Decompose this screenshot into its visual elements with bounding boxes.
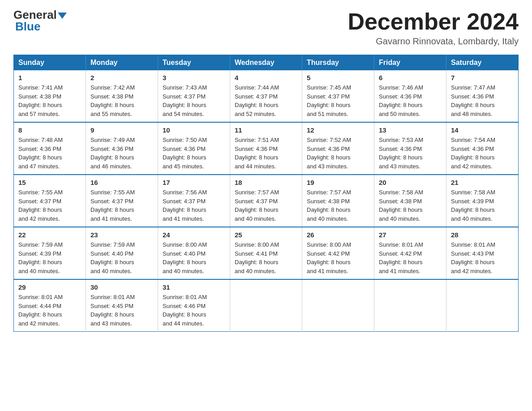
calendar-day-cell (302, 279, 374, 332)
day-number: 4 (235, 74, 297, 81)
page-header: General Blue December 2024 Gavarno Rinno… (13, 9, 519, 47)
day-number: 15 (18, 179, 81, 186)
calendar-day-cell: 1 Sunrise: 7:41 AM Sunset: 4:38 PM Dayli… (14, 70, 86, 122)
day-number: 30 (90, 283, 153, 291)
calendar-week-row: 22 Sunrise: 7:59 AM Sunset: 4:39 PM Dayl… (14, 227, 519, 279)
calendar-day-cell: 16 Sunrise: 7:55 AM Sunset: 4:37 PM Dayl… (86, 175, 158, 227)
calendar-day-cell: 8 Sunrise: 7:48 AM Sunset: 4:36 PM Dayli… (14, 122, 86, 175)
logo-general: General (13, 9, 67, 21)
logo-arrow-icon (58, 13, 67, 19)
calendar-week-row: 15 Sunrise: 7:55 AM Sunset: 4:37 PM Dayl… (14, 175, 519, 227)
day-info: Sunrise: 7:59 AM Sunset: 4:40 PM Dayligh… (90, 240, 153, 275)
calendar-day-cell: 13 Sunrise: 7:53 AM Sunset: 4:36 PM Dayl… (374, 122, 446, 175)
calendar-table: Sunday Monday Tuesday Wednesday Thursday… (13, 55, 519, 332)
day-number: 19 (307, 179, 369, 186)
calendar-day-cell: 12 Sunrise: 7:52 AM Sunset: 4:36 PM Dayl… (302, 122, 374, 175)
day-number: 29 (18, 283, 81, 291)
calendar-day-cell (230, 279, 302, 332)
day-info: Sunrise: 7:45 AM Sunset: 4:37 PM Dayligh… (307, 83, 369, 118)
day-info: Sunrise: 7:57 AM Sunset: 4:37 PM Dayligh… (235, 188, 297, 223)
day-number: 20 (379, 179, 442, 186)
day-number: 28 (451, 231, 514, 239)
calendar-day-cell: 3 Sunrise: 7:43 AM Sunset: 4:37 PM Dayli… (158, 70, 230, 122)
day-info: Sunrise: 8:01 AM Sunset: 4:45 PM Dayligh… (90, 293, 153, 328)
day-info: Sunrise: 7:51 AM Sunset: 4:36 PM Dayligh… (235, 136, 297, 171)
day-number: 16 (90, 179, 153, 186)
day-number: 13 (379, 126, 442, 134)
day-number: 10 (163, 126, 225, 134)
day-info: Sunrise: 7:54 AM Sunset: 4:36 PM Dayligh… (451, 136, 514, 171)
day-number: 22 (18, 231, 81, 239)
day-number: 21 (451, 179, 514, 186)
day-info: Sunrise: 7:52 AM Sunset: 4:36 PM Dayligh… (307, 136, 369, 171)
calendar-day-cell: 6 Sunrise: 7:46 AM Sunset: 4:36 PM Dayli… (374, 70, 446, 122)
calendar-day-cell: 14 Sunrise: 7:54 AM Sunset: 4:36 PM Dayl… (446, 122, 519, 175)
day-number: 31 (163, 283, 225, 291)
logo-blue-text: Blue (13, 21, 67, 32)
calendar-day-cell: 19 Sunrise: 7:57 AM Sunset: 4:38 PM Dayl… (302, 175, 374, 227)
calendar-day-cell: 26 Sunrise: 8:00 AM Sunset: 4:42 PM Dayl… (302, 227, 374, 279)
day-info: Sunrise: 7:41 AM Sunset: 4:38 PM Dayligh… (18, 83, 81, 118)
day-info: Sunrise: 8:01 AM Sunset: 4:42 PM Dayligh… (379, 240, 442, 275)
calendar-day-cell (374, 279, 446, 332)
calendar-week-row: 29 Sunrise: 8:01 AM Sunset: 4:44 PM Dayl… (14, 279, 519, 332)
day-info: Sunrise: 7:57 AM Sunset: 4:38 PM Dayligh… (307, 188, 369, 223)
calendar-day-cell: 20 Sunrise: 7:58 AM Sunset: 4:38 PM Dayl… (374, 175, 446, 227)
location-subtitle: Gavarno Rinnovata, Lombardy, Italy (348, 36, 519, 47)
calendar-day-cell: 22 Sunrise: 7:59 AM Sunset: 4:39 PM Dayl… (14, 227, 86, 279)
day-number: 3 (163, 74, 225, 81)
calendar-day-cell: 15 Sunrise: 7:55 AM Sunset: 4:37 PM Dayl… (14, 175, 86, 227)
day-info: Sunrise: 8:01 AM Sunset: 4:46 PM Dayligh… (163, 293, 225, 328)
calendar-day-cell: 31 Sunrise: 8:01 AM Sunset: 4:46 PM Dayl… (158, 279, 230, 332)
day-info: Sunrise: 7:47 AM Sunset: 4:36 PM Dayligh… (451, 83, 514, 118)
day-number: 7 (451, 74, 514, 81)
calendar-day-cell: 18 Sunrise: 7:57 AM Sunset: 4:37 PM Dayl… (230, 175, 302, 227)
calendar-day-cell: 30 Sunrise: 8:01 AM Sunset: 4:45 PM Dayl… (86, 279, 158, 332)
calendar-day-cell: 25 Sunrise: 8:00 AM Sunset: 4:41 PM Dayl… (230, 227, 302, 279)
day-info: Sunrise: 7:48 AM Sunset: 4:36 PM Dayligh… (18, 136, 81, 171)
header-friday: Friday (374, 55, 446, 71)
logo-general-text: General (13, 9, 57, 21)
day-number: 17 (163, 179, 225, 186)
calendar-day-cell: 28 Sunrise: 8:01 AM Sunset: 4:43 PM Dayl… (446, 227, 519, 279)
day-info: Sunrise: 7:49 AM Sunset: 4:36 PM Dayligh… (90, 136, 153, 171)
calendar-day-cell: 7 Sunrise: 7:47 AM Sunset: 4:36 PM Dayli… (446, 70, 519, 122)
day-number: 24 (163, 231, 225, 239)
day-info: Sunrise: 7:58 AM Sunset: 4:38 PM Dayligh… (379, 188, 442, 223)
day-info: Sunrise: 7:42 AM Sunset: 4:38 PM Dayligh… (90, 83, 153, 118)
calendar-day-cell: 17 Sunrise: 7:56 AM Sunset: 4:37 PM Dayl… (158, 175, 230, 227)
day-number: 27 (379, 231, 442, 239)
day-info: Sunrise: 7:58 AM Sunset: 4:39 PM Dayligh… (451, 188, 514, 223)
day-number: 14 (451, 126, 514, 134)
day-info: Sunrise: 7:43 AM Sunset: 4:37 PM Dayligh… (163, 83, 225, 118)
day-info: Sunrise: 8:00 AM Sunset: 4:42 PM Dayligh… (307, 240, 369, 275)
day-info: Sunrise: 7:44 AM Sunset: 4:37 PM Dayligh… (235, 83, 297, 118)
day-info: Sunrise: 8:01 AM Sunset: 4:44 PM Dayligh… (18, 293, 81, 328)
day-number: 1 (18, 74, 81, 81)
day-info: Sunrise: 8:00 AM Sunset: 4:41 PM Dayligh… (235, 240, 297, 275)
calendar-day-cell (446, 279, 519, 332)
day-number: 5 (307, 74, 369, 81)
day-number: 11 (235, 126, 297, 134)
day-number: 12 (307, 126, 369, 134)
header-monday: Monday (86, 55, 158, 71)
day-info: Sunrise: 7:55 AM Sunset: 4:37 PM Dayligh… (18, 188, 81, 223)
calendar-body: 1 Sunrise: 7:41 AM Sunset: 4:38 PM Dayli… (14, 70, 519, 332)
calendar-day-cell: 24 Sunrise: 8:00 AM Sunset: 4:40 PM Dayl… (158, 227, 230, 279)
logo: General Blue (13, 9, 67, 32)
day-info: Sunrise: 7:50 AM Sunset: 4:36 PM Dayligh… (163, 136, 225, 171)
calendar-day-cell: 27 Sunrise: 8:01 AM Sunset: 4:42 PM Dayl… (374, 227, 446, 279)
header-tuesday: Tuesday (158, 55, 230, 71)
day-info: Sunrise: 7:55 AM Sunset: 4:37 PM Dayligh… (90, 188, 153, 223)
calendar-day-cell: 2 Sunrise: 7:42 AM Sunset: 4:38 PM Dayli… (86, 70, 158, 122)
calendar-day-cell: 4 Sunrise: 7:44 AM Sunset: 4:37 PM Dayli… (230, 70, 302, 122)
calendar-week-row: 8 Sunrise: 7:48 AM Sunset: 4:36 PM Dayli… (14, 122, 519, 175)
title-block: December 2024 Gavarno Rinnovata, Lombard… (348, 9, 519, 47)
header-saturday: Saturday (446, 55, 519, 71)
day-info: Sunrise: 7:46 AM Sunset: 4:36 PM Dayligh… (379, 83, 442, 118)
calendar-header: Sunday Monday Tuesday Wednesday Thursday… (14, 55, 519, 71)
day-info: Sunrise: 7:59 AM Sunset: 4:39 PM Dayligh… (18, 240, 81, 275)
day-info: Sunrise: 8:00 AM Sunset: 4:40 PM Dayligh… (163, 240, 225, 275)
day-number: 8 (18, 126, 81, 134)
day-info: Sunrise: 7:56 AM Sunset: 4:37 PM Dayligh… (163, 188, 225, 223)
